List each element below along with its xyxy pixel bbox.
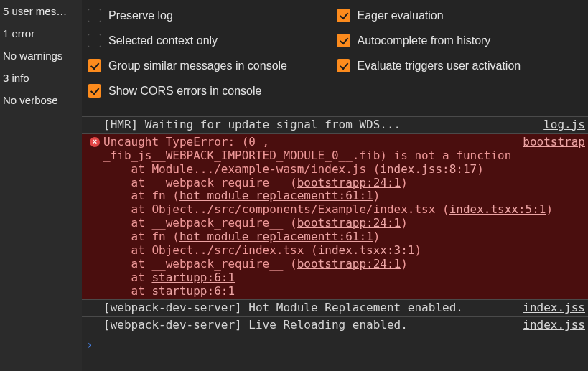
console-prompt[interactable]: › — [82, 334, 588, 357]
error-body: Uncaught TypeError: (0 , _fib_js__WEBPAC… — [103, 136, 520, 299]
chevron-right-icon: › — [86, 339, 93, 352]
console-output: [HMR] Waiting for update signal from WDS… — [82, 116, 588, 371]
stack-frame-link[interactable]: index.tsxx:5:1 — [449, 202, 546, 216]
setting-autocomplete-history[interactable]: Autocomplete from history — [335, 28, 584, 53]
checkbox-icon — [88, 34, 101, 47]
setting-user-activation[interactable]: Evaluate triggers user activation — [335, 53, 584, 78]
console-filter-sidebar: 5 user mes… 1 error No warnings 3 info N… — [0, 0, 82, 371]
setting-selected-context[interactable]: Selected context only — [86, 28, 335, 53]
source-link[interactable]: index.jss — [520, 301, 588, 315]
setting-group-similar[interactable]: Group similar messages in console — [86, 53, 335, 78]
console-message-info[interactable]: [webpack-dev-server] Live Reloading enab… — [82, 316, 588, 334]
checkbox-icon — [88, 9, 101, 22]
stack-frame-link[interactable]: startupp:6:1 — [151, 284, 235, 298]
message-text: [HMR] Waiting for update signal from WDS… — [103, 118, 541, 132]
filter-errors[interactable]: 1 error — [3, 22, 79, 44]
error-icon — [90, 137, 100, 147]
setting-show-cors[interactable]: Show CORS errors in console — [86, 78, 335, 103]
stack-frame-link[interactable]: bootstrapp:24:1 — [297, 257, 401, 271]
stack-frame-link[interactable]: bootstrapp:24:1 — [297, 216, 401, 230]
filter-info[interactable]: 3 info — [3, 67, 79, 89]
filter-verbose[interactable]: No verbose — [3, 89, 79, 111]
stack-frame-link[interactable]: index.jss:8:17 — [380, 162, 477, 176]
checkbox-checked-icon — [337, 9, 350, 22]
console-message-info[interactable]: [webpack-dev-server] Hot Module Replacem… — [82, 299, 588, 316]
filter-warnings[interactable]: No warnings — [3, 44, 79, 67]
checkbox-checked-icon — [88, 59, 101, 72]
source-link[interactable]: bootstrap — [520, 136, 588, 149]
console-message-info[interactable]: [HMR] Waiting for update signal from WDS… — [82, 116, 588, 133]
stack-frame-link[interactable]: startupp:6:1 — [151, 271, 235, 284]
stack-frame-link[interactable]: bootstrapp:24:1 — [297, 176, 401, 189]
source-link[interactable]: log.js — [541, 118, 588, 132]
stack-frame-link[interactable]: index.tsxx:3:1 — [318, 243, 415, 257]
checkbox-checked-icon — [88, 84, 101, 98]
checkbox-checked-icon — [337, 34, 350, 47]
stack-frame-link[interactable]: hot module replacementt:61:1 — [179, 189, 373, 202]
filter-user-messages[interactable]: 5 user mes… — [3, 0, 79, 22]
console-settings-panel: Preserve log Selected context only Group… — [82, 0, 588, 116]
stack-frame-link[interactable]: hot module replacementt:61:1 — [179, 230, 373, 243]
console-message-error[interactable]: Uncaught TypeError: (0 , _fib_js__WEBPAC… — [82, 133, 588, 300]
setting-eager-evaluation[interactable]: Eager evaluation — [335, 3, 584, 28]
message-text: [webpack-dev-server] Live Reloading enab… — [103, 319, 520, 332]
checkbox-checked-icon — [337, 59, 350, 72]
message-text: [webpack-dev-server] Hot Module Replacem… — [103, 301, 520, 315]
setting-preserve-log[interactable]: Preserve log — [86, 3, 335, 28]
source-link[interactable]: index.jss — [520, 319, 588, 332]
